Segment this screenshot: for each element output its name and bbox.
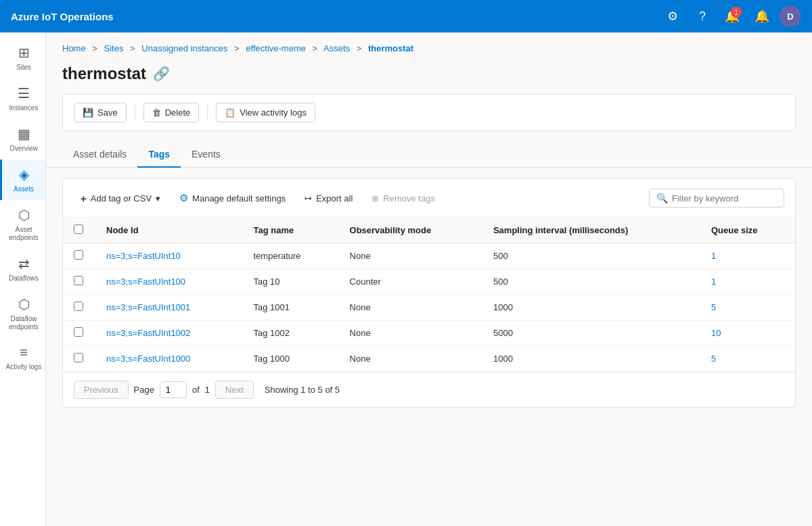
notification-badge: 1	[731, 7, 742, 18]
add-tag-csv-button[interactable]: + Add tag or CSV ▾	[74, 189, 167, 208]
breadcrumb-sep-5: >	[357, 43, 362, 53]
view-logs-button[interactable]: 📋 View activity logs	[216, 103, 315, 122]
row-node-id: ns=3;s=FastUInt1000	[95, 346, 243, 372]
toolbar-card: 💾 Save 🗑 Delete 📋 View activity logs	[62, 94, 796, 131]
topnav-icons: ⚙ ? 🔔 1 🔔 D	[660, 4, 801, 28]
col-node-id: Node Id	[95, 218, 243, 243]
sidebar-item-instances[interactable]: ☰ Instances	[0, 78, 45, 119]
row-obs-mode: None	[339, 243, 482, 269]
page-title: thermostat	[62, 64, 146, 83]
table-body: ns=3;s=FastUInt10 temperature None 500 1…	[63, 243, 795, 372]
breadcrumb: Home > Sites > Unassigned instances > ef…	[46, 32, 812, 59]
tabs-row: Asset details Tags Events	[46, 142, 812, 168]
row-node-id: ns=3;s=FastUInt10	[95, 243, 243, 269]
row-checkbox-1[interactable]	[74, 276, 83, 285]
row-queue-size: 10	[700, 320, 795, 346]
table-row: ns=3;s=FastUInt1001 Tag 1001 None 1000 5	[63, 295, 795, 320]
tags-table: Node Id Tag name Observability mode Samp…	[63, 218, 795, 372]
col-sampling-interval: Sampling interval (milliseconds)	[482, 218, 700, 243]
filter-input[interactable]	[672, 193, 773, 204]
export-icon: ↦	[304, 193, 312, 204]
sidebar-item-overview[interactable]: ▦ Overview	[0, 119, 45, 160]
pagination: Previous Page of 1 Next Showing 1 to 5 o…	[63, 372, 795, 407]
row-checkbox-4[interactable]	[74, 353, 83, 362]
avatar[interactable]: D	[780, 5, 801, 27]
instances-icon: ☰	[18, 85, 30, 101]
breadcrumb-unassigned[interactable]: Unassigned instances	[141, 43, 227, 53]
previous-button[interactable]: Previous	[74, 381, 129, 399]
node-id-link-1[interactable]: ns=3;s=FastUInt100	[106, 277, 185, 287]
page-number-input[interactable]	[160, 381, 187, 398]
notifications-icon-btn[interactable]: 🔔 1	[720, 4, 744, 28]
delete-button[interactable]: 🗑 Delete	[143, 103, 200, 122]
next-label: Next	[225, 385, 244, 395]
sidebar-item-sites[interactable]: ⊞ Sites	[0, 38, 45, 78]
node-id-link-3[interactable]: ns=3;s=FastUInt1002	[106, 328, 190, 338]
sidebar-item-assets[interactable]: ◈ Assets	[0, 160, 45, 200]
node-id-link-0[interactable]: ns=3;s=FastUInt10	[106, 251, 181, 261]
breadcrumb-assets[interactable]: Assets	[323, 43, 350, 53]
breadcrumb-home[interactable]: Home	[62, 43, 86, 53]
row-checkbox-cell	[63, 269, 95, 295]
dataflow-endpoints-icon: ⬡	[18, 296, 30, 312]
breadcrumb-sep-1: >	[92, 43, 97, 53]
search-icon: 🔍	[656, 193, 668, 204]
tab-asset-details[interactable]: Asset details	[62, 142, 137, 168]
breadcrumb-effective-meme[interactable]: effective-meme	[246, 43, 306, 53]
sidebar-item-dataflow-endpoints[interactable]: ⬡ Dataflow endpoints	[0, 289, 45, 338]
settings-icon-btn[interactable]: ⚙	[660, 4, 685, 28]
sidebar-item-dataflow-endpoints-label: Dataflow endpoints	[5, 315, 43, 331]
manage-settings-icon: ⚙	[179, 192, 188, 204]
tags-toolbar: + Add tag or CSV ▾ ⚙ Manage default sett…	[63, 179, 795, 218]
add-tag-chevron-icon: ▾	[156, 193, 160, 204]
table-row: ns=3;s=FastUInt1002 Tag 1002 None 5000 1…	[63, 320, 795, 346]
remove-tags-button[interactable]: ⊗ Remove tags	[365, 190, 442, 207]
overview-icon: ▦	[18, 126, 30, 142]
page-showing: Showing 1 to 5 of 5	[265, 385, 340, 395]
row-sampling-interval: 1000	[482, 346, 700, 372]
table-header-row: Node Id Tag name Observability mode Samp…	[63, 218, 795, 243]
row-checkbox-2[interactable]	[74, 302, 83, 311]
save-button[interactable]: 💾 Save	[74, 103, 127, 122]
row-tag-name: Tag 1001	[243, 295, 339, 320]
row-checkbox-cell	[63, 295, 95, 320]
row-checkbox-3[interactable]	[74, 327, 83, 337]
main-layout: ⊞ Sites ☰ Instances ▦ Overview ◈ Assets …	[0, 32, 812, 526]
tab-events[interactable]: Events	[181, 142, 231, 168]
row-checkbox-cell	[63, 320, 95, 346]
manage-defaults-button[interactable]: ⚙ Manage default settings	[173, 189, 292, 208]
sidebar-item-dataflows[interactable]: ⇄ Dataflows	[0, 249, 45, 289]
row-obs-mode: Counter	[339, 269, 482, 295]
row-tag-name: Tag 1000	[243, 346, 339, 372]
next-button[interactable]: Next	[215, 381, 254, 399]
node-id-link-4[interactable]: ns=3;s=FastUInt1000	[106, 354, 190, 364]
assets-icon: ◈	[19, 166, 29, 183]
row-sampling-interval: 5000	[482, 320, 700, 346]
export-all-button[interactable]: ↦ Export all	[298, 190, 359, 207]
sidebar-item-activity-logs[interactable]: ≡ Activity logs	[0, 338, 45, 378]
table-wrap: Node Id Tag name Observability mode Samp…	[63, 218, 795, 372]
connected-icon: 🔗	[153, 66, 170, 82]
row-queue-size: 5	[700, 295, 795, 320]
delete-label: Delete	[165, 107, 191, 118]
sidebar: ⊞ Sites ☰ Instances ▦ Overview ◈ Assets …	[0, 32, 46, 526]
sidebar-item-activity-logs-label: Activity logs	[6, 363, 42, 371]
delete-icon: 🗑	[152, 107, 161, 118]
alert-icon-btn[interactable]: 🔔	[750, 4, 774, 28]
tab-tags[interactable]: Tags	[137, 142, 181, 168]
help-icon-btn[interactable]: ?	[690, 4, 715, 28]
select-all-checkbox[interactable]	[74, 224, 83, 234]
row-tag-name: Tag 1002	[243, 320, 339, 346]
page-title-row: thermostat 🔗	[46, 59, 812, 94]
sidebar-item-asset-endpoints[interactable]: ⬡ Asset endpoints	[0, 200, 45, 249]
row-checkbox-0[interactable]	[74, 250, 83, 260]
breadcrumb-sites[interactable]: Sites	[104, 43, 124, 53]
row-obs-mode: None	[339, 320, 482, 346]
col-queue-size: Queue size	[700, 218, 795, 243]
app-title: Azure IoT Operations	[11, 11, 114, 22]
breadcrumb-current: thermostat	[368, 43, 413, 53]
row-node-id: ns=3;s=FastUInt100	[95, 269, 243, 295]
breadcrumb-sep-3: >	[234, 43, 240, 53]
add-tag-csv-label: Add tag or CSV	[91, 193, 152, 204]
node-id-link-2[interactable]: ns=3;s=FastUInt1001	[106, 302, 190, 312]
